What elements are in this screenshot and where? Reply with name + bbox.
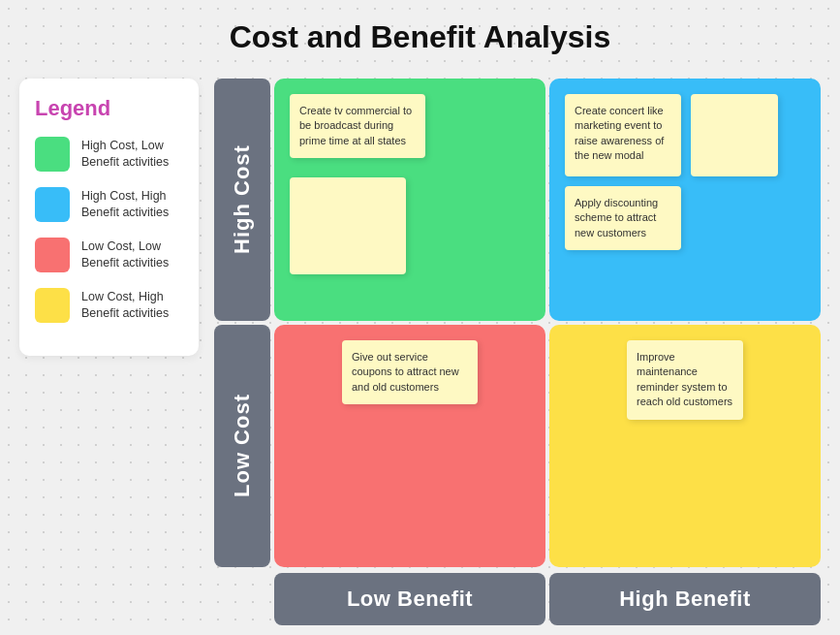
chart-area: High Cost Create tv commercial to be bro… [214, 79, 821, 625]
quadrant-low-cost-high-benefit: Improve maintenance reminder system to r… [549, 325, 821, 567]
row-label-high-cost: High Cost [214, 79, 270, 321]
col-label-high-benefit: High Benefit [549, 573, 821, 625]
row-label-low-cost: Low Cost [214, 325, 270, 567]
legend-item-green: High Cost, Low Benefit activities [35, 137, 183, 172]
row-low-cost: Low Cost Give out service coupons to att… [214, 325, 821, 567]
sticky-note[interactable]: Apply discounting scheme to attract new … [565, 186, 681, 250]
legend-swatch-yellow [35, 288, 70, 323]
chart-rows: High Cost Create tv commercial to be bro… [214, 79, 821, 567]
legend-item-yellow: Low Cost, High Benefit activities [35, 288, 183, 323]
legend-label-green: High Cost, Low Benefit activities [81, 138, 183, 172]
legend-item-red: Low Cost, Low Benefit activities [35, 238, 183, 272]
legend-panel: Legend High Cost, Low Benefit activities… [19, 79, 199, 356]
legend-label-red: Low Cost, Low Benefit activities [81, 238, 183, 272]
sticky-note[interactable]: Give out service coupons to attract new … [342, 340, 478, 404]
sticky-note[interactable] [290, 177, 406, 274]
legend-swatch-blue [35, 187, 70, 222]
col-labels: Low Benefit High Benefit [214, 573, 821, 625]
sticky-note[interactable]: Improve maintenance reminder system to r… [627, 340, 743, 420]
legend-swatch-red [35, 238, 70, 272]
page-title: Cost and Benefit Analysis [19, 19, 821, 55]
quadrant-high-cost-high-benefit: Create concert like marketing event to r… [549, 79, 821, 321]
main-layout: Legend High Cost, Low Benefit activities… [19, 79, 821, 625]
sticky-note[interactable] [691, 94, 778, 176]
quadrant-high-cost-low-benefit: Create tv commercial to be broadcast dur… [274, 79, 545, 321]
legend-label-yellow: Low Cost, High Benefit activities [81, 289, 183, 323]
legend-item-blue: High Cost, High Benefit activities [35, 187, 183, 222]
col-label-low-benefit: Low Benefit [274, 573, 545, 625]
sticky-note[interactable]: Create tv commercial to be broadcast dur… [290, 94, 425, 158]
legend-label-blue: High Cost, High Benefit activities [81, 188, 183, 222]
col-label-spacer [214, 573, 270, 625]
legend-title: Legend [35, 96, 183, 121]
sticky-note[interactable]: Create concert like marketing event to r… [565, 94, 681, 176]
legend-swatch-green [35, 137, 70, 172]
row-high-cost: High Cost Create tv commercial to be bro… [214, 79, 821, 321]
quadrant-low-cost-low-benefit: Give out service coupons to attract new … [274, 325, 545, 567]
